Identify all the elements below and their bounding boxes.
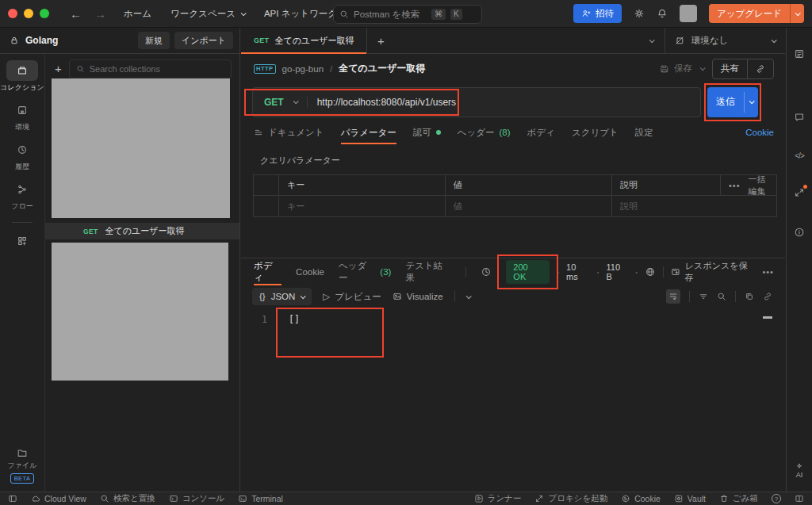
terminal-button[interactable]: Terminal [238,494,283,503]
close-window-button[interactable] [8,9,17,18]
start-proxy-button[interactable]: プロキシを起動 [534,493,607,504]
globe-network-icon[interactable] [645,266,656,277]
forward-icon[interactable]: → [94,7,106,21]
send-options-chevron[interactable] [745,87,758,117]
back-icon[interactable]: ← [70,7,82,21]
new-button[interactable]: 新規 [138,32,170,49]
add-collection-button[interactable]: + [55,63,62,75]
response-time[interactable]: 10 ms [566,262,590,281]
url-builder[interactable]: GET http://localhost:8080/api/v1/users [252,87,701,117]
breadcrumb-request-name[interactable]: 全てのユーザー取得 [339,62,425,75]
comments-icon[interactable] [794,112,805,123]
request-tab-active[interactable]: GET 全てのユーザー取得 [241,28,367,53]
filter-icon[interactable] [699,292,708,301]
code-snippet-icon[interactable]: </> [795,151,803,160]
related-requests-icon[interactable] [794,187,805,198]
preview-button[interactable]: ▷ プレビュー [323,291,381,303]
share-button[interactable]: 共有 [713,63,747,75]
runner-button[interactable]: ランナー [474,493,522,504]
more-options-icon[interactable]: ••• [729,181,741,190]
param-desc-input[interactable]: 説明 [612,196,776,216]
tab-params[interactable]: パラメーター [341,121,396,144]
param-value-input[interactable]: 値 [446,196,612,216]
response-size[interactable]: 110 B [607,262,629,281]
vault-button[interactable]: Vault [674,494,706,503]
upgrade-button[interactable]: アップグレード [709,4,804,23]
sidebar-item-history[interactable]: 履歴 [6,140,38,172]
chevron-down-icon[interactable] [465,293,471,299]
tab-headers[interactable]: ヘッダー (8) [458,121,511,144]
row-checkbox-cell[interactable] [254,196,279,216]
method-selector[interactable]: GET [253,97,307,108]
breadcrumb-collection[interactable]: go-pg-bun [282,64,324,74]
save-response-button[interactable]: レスポンスを保存 [671,260,755,284]
response-more-options-icon[interactable]: ••• [762,267,774,277]
invite-button[interactable]: 招待 [573,4,622,23]
nav-workspaces[interactable]: ワークスペース [170,8,245,20]
tab-settings[interactable]: 設定 [635,121,653,144]
sidebar-item-flows[interactable]: フロー [6,179,38,212]
collections-search-input[interactable] [90,64,224,74]
upgrade-chevron[interactable] [791,4,804,23]
response-body-viewer[interactable]: 1 [] [241,308,785,492]
bulk-edit-button[interactable]: 一括編集 [749,174,768,197]
nav-api-network[interactable]: API ネットワーク [264,8,337,20]
send-button[interactable]: 送信 [707,87,758,117]
tab-list-chevron[interactable] [638,28,665,53]
visualize-button[interactable]: Visualize [393,292,443,301]
tab-scripts[interactable]: スクリプト [572,121,619,144]
response-tab-body[interactable]: ボディ [254,258,282,285]
url-input-value[interactable]: http://localhost:8080/api/v1/users [307,97,456,108]
new-tab-button[interactable]: + [367,28,394,53]
copy-icon[interactable] [745,292,754,301]
help-icon[interactable]: ? [772,494,781,503]
workspace-name[interactable]: Golang [25,35,58,46]
toggle-sidebar-icon[interactable] [8,494,17,503]
collections-panel: + GET 全てのユーザー取得 [45,54,239,492]
documentation-panel-icon[interactable] [794,48,805,59]
cookies-link[interactable]: Cookie [745,128,774,137]
response-tab-headers[interactable]: ヘッダー (3) [339,258,391,285]
nav-home[interactable]: ホーム [124,8,151,20]
tab-authorization[interactable]: 認可 [413,121,441,144]
sidebar-item-collections[interactable]: コレクション [0,60,44,93]
response-tab-cookies[interactable]: Cookie [296,258,324,285]
minimize-window-button[interactable] [24,9,33,18]
sidebar-item-file[interactable]: ファイル BETA [8,447,37,484]
collection-request-item-selected[interactable]: GET 全てのユーザー取得 [45,223,239,239]
find-replace-button[interactable]: 検索と置換 [100,493,155,504]
sidebar-item-environments[interactable]: 環境 [6,100,38,132]
copy-link-icon[interactable] [748,64,773,74]
response-history-clock-icon[interactable] [481,266,492,277]
tab-body[interactable]: ボディ [527,121,555,144]
response-json-content[interactable]: [] [289,314,300,325]
global-search-input[interactable] [354,10,427,19]
format-selector[interactable]: {} JSON [252,288,312,305]
settings-gear-icon[interactable] [634,8,645,19]
response-tab-tests[interactable]: テスト結果 [405,258,451,285]
postbot-ai-icon[interactable]: AI [795,463,803,479]
status-badge[interactable]: 200 OK [506,260,550,284]
notifications-bell-icon[interactable] [657,8,668,19]
window-controls[interactable] [8,9,49,18]
console-button[interactable]: コンソール [169,493,224,504]
link-icon[interactable] [763,292,772,301]
trash-button[interactable]: ごみ箱 [719,493,758,504]
cloud-view-button[interactable]: Cloud View [31,494,86,503]
save-options-chevron[interactable] [700,65,706,71]
avatar[interactable] [680,5,697,22]
global-search[interactable]: ⌘ K [333,5,482,24]
collections-search[interactable] [69,59,232,78]
tab-documentation[interactable]: ドキュメント [254,121,324,144]
search-response-icon[interactable] [717,292,726,301]
two-pane-view-icon[interactable] [795,494,804,503]
sidebar-item-more-tools[interactable] [6,231,38,251]
environment-selector[interactable]: 環境なし [665,28,785,53]
save-button[interactable]: 保存 [660,63,692,75]
param-key-input[interactable]: キー [279,196,446,216]
import-button[interactable]: インポート [174,32,233,49]
cookies-button[interactable]: Cookie [621,494,661,503]
info-icon[interactable] [794,227,805,238]
wrap-text-icon[interactable] [666,289,680,304]
zoom-window-button[interactable] [40,9,49,18]
